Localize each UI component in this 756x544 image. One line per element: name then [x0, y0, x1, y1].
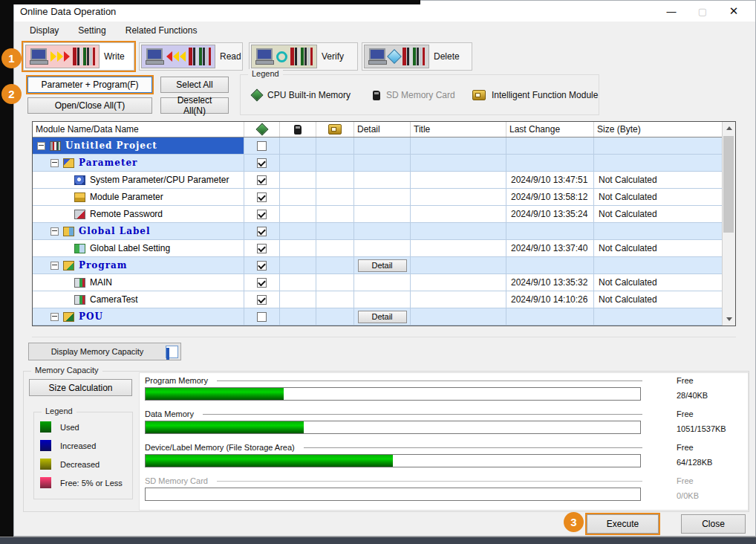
intelligent-module-target-cell: [316, 240, 354, 257]
minimize-button[interactable]: —: [656, 1, 687, 22]
row-checkbox[interactable]: [257, 295, 267, 305]
scrollbar-thumb[interactable]: [723, 136, 734, 233]
tree-collapse-icon[interactable]: [50, 262, 59, 270]
free-value: 1051/1537KB: [677, 424, 726, 433]
cpu-memory-target-cell[interactable]: [244, 223, 280, 240]
intelligent-module-target-cell: [316, 274, 354, 291]
program-file-icon: [74, 295, 85, 305]
row-checkbox[interactable]: [257, 141, 267, 151]
write-button[interactable]: Write: [23, 42, 134, 71]
operation-glyph-icon: [276, 51, 287, 62]
table-row[interactable]: Global Label Setting 2024/9/10 13:37:40 …: [33, 240, 735, 257]
row-name-cell[interactable]: Parameter: [33, 155, 244, 172]
cpu-memory-target-cell[interactable]: [244, 206, 280, 223]
table-row[interactable]: CameraTest 2024/9/10 14:10:26 Not Calcul…: [33, 291, 735, 308]
tree-collapse-icon[interactable]: [50, 313, 59, 321]
row-checkbox[interactable]: [257, 158, 267, 168]
row-name-cell[interactable]: Remote Password: [33, 206, 244, 223]
last-change-cell: [506, 223, 594, 240]
header-size: Size (Byte): [594, 122, 723, 137]
deselect-all-button[interactable]: Deselect All(N): [160, 97, 229, 114]
table-row[interactable]: MAIN 2024/9/10 13:35:32 Not Calculated: [33, 274, 735, 291]
row-name-cell[interactable]: Program: [33, 257, 244, 274]
row-checkbox[interactable]: [257, 278, 267, 288]
cpu-memory-target-cell[interactable]: [244, 240, 280, 257]
row-checkbox[interactable]: [257, 192, 267, 202]
detail-cell: [354, 137, 411, 155]
delete-button[interactable]: Delete: [362, 42, 472, 71]
cpu-memory-target-cell[interactable]: [244, 308, 280, 326]
memory-bar-label: SD Memory Card: [145, 476, 208, 485]
screenshot-root: Online Data Operation — ▢ ✕ Display Sett…: [0, 0, 756, 544]
tree-collapse-icon[interactable]: [50, 227, 59, 236]
row-checkbox[interactable]: [257, 312, 267, 322]
detail-button[interactable]: Detail: [358, 259, 407, 272]
cpu-memory-target-cell[interactable]: [244, 291, 280, 308]
row-name-cell[interactable]: POU: [33, 308, 244, 326]
row-name-cell[interactable]: Untitled Project: [33, 137, 244, 155]
tree-collapse-icon[interactable]: [37, 142, 45, 150]
table-row[interactable]: Parameter: [33, 155, 735, 172]
row-label: Remote Password: [90, 209, 163, 219]
cpu-memory-target-cell[interactable]: [244, 172, 280, 189]
scroll-up-arrow-icon[interactable]: [723, 122, 735, 135]
header-intelligent-module-column: [316, 122, 354, 137]
menu-bar: Display Setting Related Functions: [14, 22, 755, 39]
menu-item[interactable]: Display: [20, 23, 68, 38]
row-name-cell[interactable]: Global Label: [33, 223, 244, 240]
last-change-cell: 2024/9/10 13:58:12: [506, 189, 594, 206]
open-close-all-button[interactable]: Open/Close All(T): [27, 97, 152, 114]
plc-module-icon: [73, 48, 95, 65]
execute-button[interactable]: Execute: [587, 514, 659, 534]
sd-card-target-cell: [280, 189, 316, 206]
row-checkbox[interactable]: [257, 261, 267, 271]
tree-collapse-icon[interactable]: [50, 159, 59, 167]
row-checkbox[interactable]: [257, 175, 267, 185]
display-memory-capacity-button[interactable]: Display Memory Capacity: [28, 343, 181, 360]
menu-item[interactable]: Setting: [68, 23, 115, 38]
cpu-memory-target-cell[interactable]: [244, 137, 280, 155]
intelligent-module-target-cell: [316, 257, 354, 274]
row-name-cell[interactable]: CameraTest: [33, 291, 244, 308]
table-row[interactable]: Untitled Project: [33, 137, 735, 155]
program-folder-icon: [63, 261, 74, 271]
read-button[interactable]: Read: [139, 42, 243, 71]
plc-module-icon: [290, 48, 313, 65]
table-row[interactable]: Program Detail: [33, 257, 735, 274]
row-name-cell[interactable]: Global Label Setting: [33, 240, 244, 257]
cpu-memory-target-cell[interactable]: [244, 257, 280, 274]
row-name-cell[interactable]: System Parameter/CPU Parameter: [33, 172, 244, 189]
table-row[interactable]: POU Detail: [33, 308, 735, 326]
cpu-memory-target-cell[interactable]: [244, 274, 280, 291]
close-window-button[interactable]: ✕: [718, 1, 749, 22]
cpu-memory-target-cell[interactable]: [244, 155, 280, 172]
table-row[interactable]: Global Label: [33, 223, 735, 240]
parameter-program-button[interactable]: Parameter + Program(F): [27, 77, 152, 93]
sd-memory-card-icon: [294, 125, 302, 135]
select-all-button[interactable]: Select All: [160, 77, 229, 93]
maximize-button[interactable]: ▢: [687, 1, 718, 22]
close-button[interactable]: Close: [681, 514, 746, 534]
intelligent-module-target-cell: [316, 206, 354, 223]
menu-item[interactable]: Related Functions: [116, 23, 207, 38]
detail-cell: [354, 291, 411, 308]
remote-password-icon: [74, 210, 85, 219]
table-row[interactable]: Module Parameter 2024/9/10 13:58:12 Not …: [33, 189, 735, 206]
row-name-cell[interactable]: Module Parameter: [33, 189, 244, 206]
cpu-memory-target-cell[interactable]: [244, 189, 280, 206]
row-checkbox[interactable]: [257, 227, 267, 236]
scroll-down-arrow-icon[interactable]: [723, 313, 735, 326]
row-checkbox[interactable]: [257, 244, 267, 253]
table-row[interactable]: System Parameter/CPU Parameter 2024/9/10…: [33, 172, 735, 189]
table-vertical-scrollbar[interactable]: [722, 122, 735, 326]
table-row[interactable]: Remote Password 2024/9/10 13:35:24 Not C…: [33, 206, 735, 223]
row-checkbox[interactable]: [257, 210, 267, 219]
size-calculation-button[interactable]: Size Calculation: [29, 379, 132, 396]
detail-button[interactable]: Detail: [358, 311, 407, 323]
row-name-cell[interactable]: MAIN: [33, 274, 244, 291]
toolbar-button-label: Verify: [322, 51, 344, 62]
data-table: Module Name/Data Name Detail Title Last …: [32, 121, 736, 326]
header-cpu-memory-column: [244, 122, 280, 137]
verify-button[interactable]: Verify: [249, 42, 358, 71]
memory-graphs-panel: Program Memory Free 28/40KB Data Memory …: [139, 372, 749, 511]
